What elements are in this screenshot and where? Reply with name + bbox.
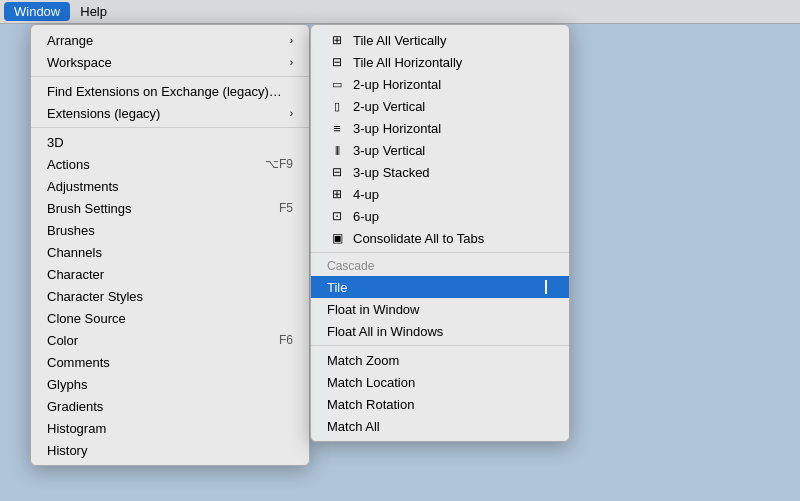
menu-item-3up-stacked[interactable]: 3-up Stacked — [311, 161, 569, 183]
menu-item-history[interactable]: History — [31, 439, 309, 461]
arrow-icon: › — [290, 108, 293, 119]
tile-horiz-icon — [327, 55, 347, 69]
menu-item-comments[interactable]: Comments — [31, 351, 309, 373]
menu-item-consolidate-all[interactable]: Consolidate All to Tabs — [311, 227, 569, 249]
menu-item-tile-all-horizontally[interactable]: Tile All Horizontally — [311, 51, 569, 73]
menu-item-3up-vertical[interactable]: 3-up Vertical — [311, 139, 569, 161]
menu-item-extensions-legacy[interactable]: Extensions (legacy) › — [31, 102, 309, 124]
menu-item-3up-horizontal[interactable]: 3-up Horizontal — [311, 117, 569, 139]
menu-item-gradients[interactable]: Gradients — [31, 395, 309, 417]
menu-bar: Window Help — [0, 0, 800, 24]
separator — [311, 345, 569, 346]
window-menu: Arrange › Workspace › Find Extensions on… — [30, 24, 310, 466]
tile-vert-icon — [327, 33, 347, 47]
arrow-icon: › — [290, 35, 293, 46]
menu-item-match-zoom[interactable]: Match Zoom — [311, 349, 569, 371]
menu-item-float-in-window[interactable]: Float in Window — [311, 298, 569, 320]
menu-item-match-all[interactable]: Match All — [311, 415, 569, 437]
menu-item-actions[interactable]: Actions ⌥F9 — [31, 153, 309, 175]
3up-v-icon — [327, 145, 347, 155]
menu-item-3d[interactable]: 3D — [31, 131, 309, 153]
6up-icon — [327, 209, 347, 223]
menu-item-6up[interactable]: 6-up — [311, 205, 569, 227]
consolidate-icon — [327, 231, 347, 245]
menu-item-match-rotation[interactable]: Match Rotation — [311, 393, 569, 415]
menu-item-2up-vertical[interactable]: 2-up Vertical — [311, 95, 569, 117]
shortcut-label: F6 — [279, 333, 293, 347]
menu-item-channels[interactable]: Channels — [31, 241, 309, 263]
menu-item-color[interactable]: Color F6 — [31, 329, 309, 351]
separator — [311, 252, 569, 253]
menu-item-arrange[interactable]: Arrange › — [31, 29, 309, 51]
menu-item-histogram[interactable]: Histogram — [31, 417, 309, 439]
arrow-icon: › — [290, 57, 293, 68]
menu-item-clone-source[interactable]: Clone Source — [31, 307, 309, 329]
separator — [31, 76, 309, 77]
menu-item-match-location[interactable]: Match Location — [311, 371, 569, 393]
menu-item-float-all-in-windows[interactable]: Float All in Windows — [311, 320, 569, 342]
menu-item-4up[interactable]: 4-up — [311, 183, 569, 205]
menu-item-workspace[interactable]: Workspace › — [31, 51, 309, 73]
cursor-icon — [545, 280, 553, 294]
menu-item-2up-horizontal[interactable]: 2-up Horizontal — [311, 73, 569, 95]
3up-h-icon — [327, 121, 347, 136]
3up-s-icon — [327, 165, 347, 179]
cascade-section-label: Cascade — [311, 256, 569, 276]
menu-item-character[interactable]: Character — [31, 263, 309, 285]
menu-bar-help[interactable]: Help — [70, 2, 117, 21]
menu-item-glyphs[interactable]: Glyphs — [31, 373, 309, 395]
menu-item-tile[interactable]: Tile — [311, 276, 569, 298]
shortcut-label: ⌥F9 — [265, 157, 293, 171]
2up-v-icon — [327, 100, 347, 113]
menu-item-brushes[interactable]: Brushes — [31, 219, 309, 241]
shortcut-label: F5 — [279, 201, 293, 215]
menu-item-character-styles[interactable]: Character Styles — [31, 285, 309, 307]
2up-h-icon — [327, 78, 347, 91]
menu-item-adjustments[interactable]: Adjustments — [31, 175, 309, 197]
menu-item-tile-all-vertically[interactable]: Tile All Vertically — [311, 29, 569, 51]
separator — [31, 127, 309, 128]
menu-item-brush-settings[interactable]: Brush Settings F5 — [31, 197, 309, 219]
arrange-submenu: Tile All Vertically Tile All Horizontall… — [310, 24, 570, 442]
4up-icon — [327, 187, 347, 201]
menu-bar-window[interactable]: Window — [4, 2, 70, 21]
menu-item-find-extensions[interactable]: Find Extensions on Exchange (legacy)… — [31, 80, 309, 102]
